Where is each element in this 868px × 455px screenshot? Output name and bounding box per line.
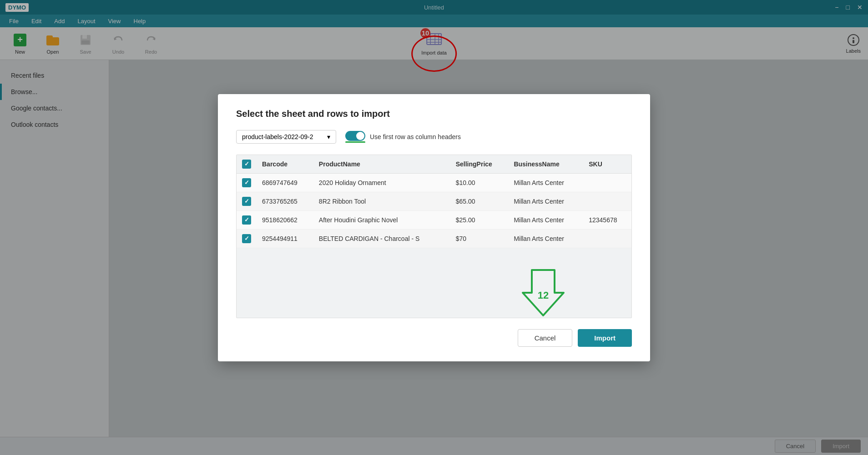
cell-sellingprice-0: $10.00 — [450, 173, 509, 192]
sheet-select-chevron: ▾ — [327, 133, 330, 140]
sheet-select-dropdown[interactable]: product-labels-2022-09-2 ▾ — [236, 130, 336, 144]
cell-sellingprice-1: $65.00 — [450, 192, 509, 210]
cell-businessname-1: Millan Arts Center — [508, 192, 583, 210]
data-table: ✓ Barcode ProductName SellingPrice Busin… — [237, 155, 631, 248]
table-header-row: ✓ Barcode ProductName SellingPrice Busin… — [237, 155, 631, 174]
cell-barcode-3: 9254494911 — [257, 229, 313, 248]
toggle-label: Use first row as column headers — [370, 133, 461, 140]
cell-productname-2: After Houdini Graphic Novel — [313, 210, 450, 229]
row-checkbox-1[interactable]: ✓ — [242, 197, 251, 206]
row-checkbox-3[interactable]: ✓ — [242, 234, 251, 243]
sheet-select-value: product-labels-2022-09-2 — [242, 133, 313, 140]
col-barcode: Barcode — [257, 155, 313, 174]
cell-barcode-1: 6733765265 — [257, 192, 313, 210]
col-productname: ProductName — [313, 155, 450, 174]
cell-sku-3 — [583, 229, 631, 248]
cell-businessname-3: Millan Arts Center — [508, 229, 583, 248]
table-row: ✓ 9518620662 After Houdini Graphic Novel… — [237, 210, 631, 229]
cell-sku-1 — [583, 192, 631, 210]
import-modal: Select the sheet and rows to import prod… — [218, 94, 650, 361]
row-checkbox-cell-0: ✓ — [237, 173, 257, 192]
use-first-row-toggle[interactable] — [345, 131, 365, 141]
row-checkbox-2[interactable]: ✓ — [242, 215, 251, 225]
row-checkbox-0[interactable]: ✓ — [242, 178, 251, 187]
modal-import-button[interactable]: Import — [578, 329, 632, 347]
cell-sellingprice-3: $70 — [450, 229, 509, 248]
toggle-underline — [345, 141, 365, 143]
col-sellingprice: SellingPrice — [450, 155, 509, 174]
cell-businessname-2: Millan Arts Center — [508, 210, 583, 229]
cell-barcode-0: 6869747649 — [257, 173, 313, 192]
data-table-container: ✓ Barcode ProductName SellingPrice Busin… — [236, 155, 632, 318]
header-checkbox[interactable]: ✓ — [242, 160, 251, 169]
cell-sku-0 — [583, 173, 631, 192]
modal-controls: product-labels-2022-09-2 ▾ Use first row… — [236, 130, 632, 144]
cell-productname-0: 2020 Holiday Ornament — [313, 173, 450, 192]
cell-productname-3: BELTED CARDIGAN - Charcoal - S — [313, 229, 450, 248]
modal-footer: 12 Cancel Import — [236, 329, 632, 347]
cell-barcode-2: 9518620662 — [257, 210, 313, 229]
table-row: ✓ 6733765265 8R2 Ribbon Tool $65.00 Mill… — [237, 192, 631, 210]
table-row: ✓ 6869747649 2020 Holiday Ornament $10.0… — [237, 173, 631, 192]
modal-overlay: Select the sheet and rows to import prod… — [0, 0, 868, 455]
row-checkbox-cell-1: ✓ — [237, 192, 257, 210]
row-checkbox-cell-2: ✓ — [237, 210, 257, 229]
cell-sellingprice-2: $25.00 — [450, 210, 509, 229]
toggle-container: Use first row as column headers — [345, 131, 461, 143]
cell-productname-1: 8R2 Ribbon Tool — [313, 192, 450, 210]
row-checkbox-cell-3: ✓ — [237, 229, 257, 248]
cell-businessname-0: Millan Arts Center — [508, 173, 583, 192]
header-checkbox-cell: ✓ — [237, 155, 257, 174]
col-businessname: BusinessName — [508, 155, 583, 174]
col-sku: SKU — [583, 155, 631, 174]
table-row: ✓ 9254494911 BELTED CARDIGAN - Charcoal … — [237, 229, 631, 248]
table-body: ✓ 6869747649 2020 Holiday Ornament $10.0… — [237, 173, 631, 248]
modal-title: Select the sheet and rows to import — [236, 109, 632, 119]
toggle-wrapper — [345, 131, 365, 143]
modal-cancel-button[interactable]: Cancel — [518, 329, 573, 347]
cell-sku-2: 12345678 — [583, 210, 631, 229]
